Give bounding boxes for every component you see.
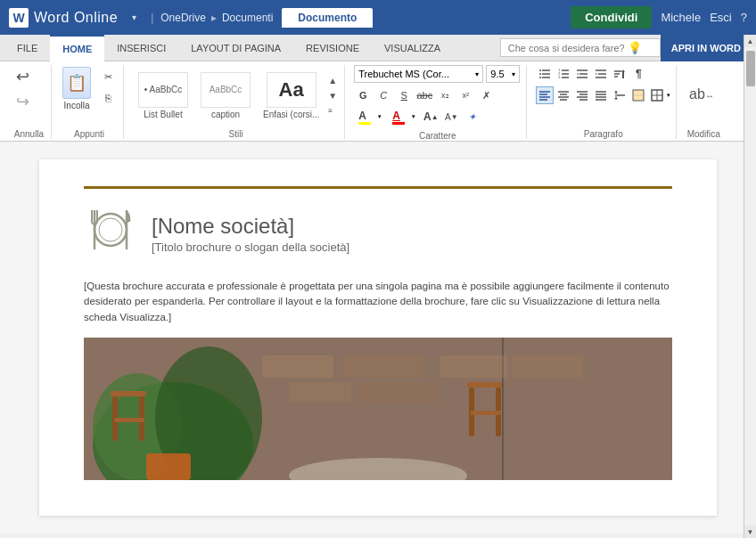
tab-file[interactable]: FILE bbox=[4, 35, 50, 61]
scroll-up-button[interactable]: ▲ bbox=[744, 35, 757, 47]
title-dropdown-arrow[interactable]: ▾ bbox=[132, 12, 136, 22]
modify-button[interactable]: ab ↔ bbox=[686, 77, 721, 113]
superscript-button[interactable]: x² bbox=[456, 86, 474, 104]
vertical-scrollbar[interactable]: ▲ ▼ bbox=[744, 35, 756, 538]
svg-point-5 bbox=[539, 77, 541, 78]
list-unordered-button[interactable] bbox=[536, 65, 554, 83]
text-effect-button[interactable]: ✦ bbox=[463, 108, 481, 126]
size-down-button[interactable]: A▼ bbox=[442, 108, 460, 126]
scroll-down-button[interactable]: ▼ bbox=[744, 526, 757, 538]
ribbon: ↩ ↪ Annulla 📋 Incolla ✂ bbox=[0, 61, 756, 142]
style-list-bullet[interactable]: • AaBbCc List Bullet bbox=[133, 70, 193, 121]
group-label-appunti: Appunti bbox=[74, 126, 104, 139]
sort-button[interactable] bbox=[611, 65, 629, 83]
svg-text:↔: ↔ bbox=[705, 91, 714, 101]
cut-button[interactable]: ✂ bbox=[98, 67, 118, 86]
doc-header: [Nome società] [Titolo brochure o slogan… bbox=[84, 203, 672, 265]
garden-scene bbox=[84, 338, 672, 480]
font-name-selector[interactable]: Trebuchet MS (Cor... ▾ bbox=[354, 65, 483, 83]
group-label-paragrafo: Paragrafo bbox=[584, 126, 623, 139]
style-emphasis[interactable]: Aa Enfasi (corsi... bbox=[258, 70, 325, 121]
tab-home[interactable]: HOME bbox=[50, 35, 104, 61]
styles-more-button[interactable]: ▲ ▼ ≡ bbox=[326, 73, 339, 118]
font-color-bar bbox=[392, 122, 405, 125]
tab-inserisci[interactable]: INSERISCI bbox=[104, 35, 178, 61]
justify-button[interactable] bbox=[592, 86, 610, 104]
tab-revisione[interactable]: REVISIONE bbox=[293, 35, 372, 61]
document-page: [Nome società] [Titolo brochure o slogan… bbox=[39, 159, 717, 516]
style-caption-label: caption bbox=[211, 110, 240, 119]
ribbon-group-modifica: ab ↔ Modifica bbox=[680, 65, 727, 139]
breadcrumb-part1[interactable]: OneDrive bbox=[160, 12, 206, 24]
align-left-button[interactable] bbox=[536, 86, 554, 104]
undo-button[interactable]: ↩ bbox=[12, 65, 33, 88]
bold-button[interactable]: G bbox=[354, 86, 372, 104]
help-button[interactable]: ? bbox=[741, 11, 747, 24]
svg-rect-67 bbox=[467, 382, 503, 387]
svg-rect-77 bbox=[360, 382, 436, 402]
borders-arrow[interactable]: ▾ bbox=[667, 92, 670, 99]
svg-rect-76 bbox=[289, 382, 351, 402]
style-list-bullet-label: List Bullet bbox=[144, 110, 182, 119]
font-size-value: 9.5 bbox=[490, 69, 504, 79]
search-input[interactable] bbox=[508, 43, 624, 53]
ribbon-group-paragrafo: 123 ¶ bbox=[530, 65, 677, 139]
word-logo-letter: W bbox=[12, 11, 24, 25]
group-label-annulla: Annulla bbox=[14, 126, 44, 139]
font-color-arrow[interactable]: ▾ bbox=[412, 113, 415, 120]
scroll-thumb[interactable] bbox=[746, 51, 755, 86]
underline-button[interactable]: S bbox=[395, 86, 413, 104]
align-right-button[interactable] bbox=[573, 86, 591, 104]
copy-icon: ⎘ bbox=[105, 93, 111, 103]
list-ordered-button[interactable]: 123 bbox=[555, 65, 572, 83]
show-para-button[interactable]: ¶ bbox=[629, 65, 647, 83]
title-bar: W Word Online ▾ | OneDrive ▸ Documenti D… bbox=[0, 0, 756, 35]
breadcrumb-part2[interactable]: Documenti bbox=[222, 12, 273, 24]
svg-rect-63 bbox=[111, 391, 146, 396]
text-effect-icon: ✦ bbox=[468, 111, 476, 123]
redo-button[interactable]: ↪ bbox=[12, 90, 33, 113]
shading-button[interactable] bbox=[629, 86, 647, 104]
para-row-2: ▾ bbox=[536, 86, 670, 104]
font-color-button[interactable]: A bbox=[388, 108, 409, 126]
tab-layout[interactable]: LAYOUT DI PAGINA bbox=[178, 35, 293, 61]
align-center-button[interactable] bbox=[555, 86, 572, 104]
clear-format-button[interactable]: ✗ bbox=[477, 86, 495, 104]
paste-button[interactable]: 📋 Incolla bbox=[61, 65, 93, 112]
strikethrough-button[interactable]: abc bbox=[415, 86, 433, 104]
doc-tab[interactable]: Documento bbox=[282, 8, 373, 28]
highlight-color-button[interactable]: A bbox=[354, 108, 375, 126]
app-window: W Word Online ▾ | OneDrive ▸ Documenti D… bbox=[0, 0, 756, 538]
outdent-button[interactable] bbox=[573, 65, 591, 83]
copy-button[interactable]: ⎘ bbox=[98, 88, 118, 108]
borders-button[interactable] bbox=[648, 86, 666, 104]
svg-rect-75 bbox=[342, 355, 423, 378]
line-spacing-button[interactable] bbox=[611, 86, 629, 104]
svg-point-3 bbox=[539, 69, 541, 71]
style-caption[interactable]: AaBbCc caption bbox=[195, 70, 256, 121]
search-box[interactable]: 💡 bbox=[500, 38, 661, 57]
sign-out-link[interactable]: Esci bbox=[710, 11, 732, 24]
tab-visualizza[interactable]: VISUALIZZA bbox=[372, 35, 453, 61]
size-up-button[interactable]: A▲ bbox=[422, 108, 440, 126]
italic-button[interactable]: C bbox=[374, 86, 392, 104]
font-size-selector[interactable]: 9.5 ▾ bbox=[486, 65, 520, 83]
subscript-button[interactable]: x₂ bbox=[436, 86, 454, 104]
share-button[interactable]: Condividi bbox=[571, 6, 652, 29]
indent-button[interactable] bbox=[592, 65, 610, 83]
app-title-label: Word Online bbox=[34, 10, 118, 26]
highlight-bar bbox=[358, 122, 371, 125]
size-up-icon: A bbox=[423, 110, 431, 123]
strikethrough-label: abc bbox=[416, 90, 432, 101]
svg-rect-79 bbox=[512, 355, 583, 378]
svg-rect-66 bbox=[114, 418, 144, 422]
restaurant-icon bbox=[84, 203, 137, 265]
user-name[interactable]: Michele bbox=[661, 11, 701, 24]
svg-point-55 bbox=[99, 218, 122, 241]
svg-rect-74 bbox=[262, 355, 333, 378]
highlight-arrow[interactable]: ▾ bbox=[378, 113, 382, 120]
ribbon-group-appunti: 📋 Incolla ✂ ⎘ Appunti bbox=[55, 65, 124, 139]
ribbon-tab-bar: FILE HOME INSERISCI LAYOUT DI PAGINA REV… bbox=[0, 35, 756, 61]
open-word-button[interactable]: APRI IN WORD bbox=[661, 35, 752, 61]
clear-format-icon: ✗ bbox=[482, 90, 490, 102]
